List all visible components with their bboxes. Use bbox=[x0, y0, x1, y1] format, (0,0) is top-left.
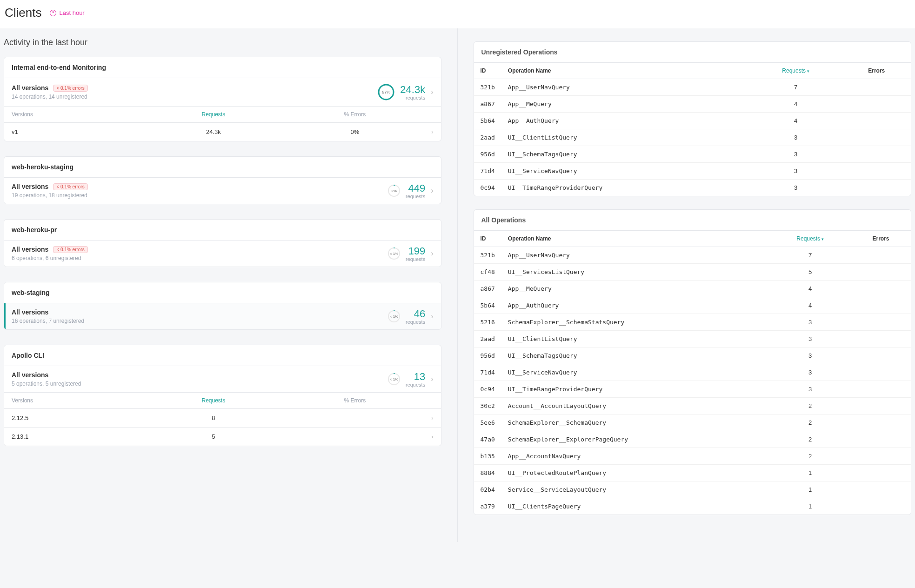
page-title: Clients bbox=[5, 6, 41, 20]
all-versions-label: All versions bbox=[12, 308, 48, 316]
operation-row[interactable]: a867 App__MeQuery 4 bbox=[474, 281, 911, 297]
operation-row[interactable]: 0c94 UI__TimeRangeProviderQuery 3 bbox=[474, 180, 911, 196]
operation-name: App__AccountNavQuery bbox=[501, 448, 770, 465]
version-errors: 0% bbox=[286, 123, 424, 141]
time-range-selector[interactable]: Last hour bbox=[50, 9, 84, 16]
operation-errors bbox=[851, 381, 911, 398]
operation-errors bbox=[851, 264, 911, 281]
operation-errors bbox=[851, 465, 911, 481]
operation-row[interactable]: 71d4 UI__ServiceNavQuery 3 bbox=[474, 364, 911, 381]
operation-row[interactable]: 956d UI__SchemaTagsQuery 3 bbox=[474, 347, 911, 364]
errors-col-header[interactable]: Errors bbox=[842, 63, 911, 79]
donut-percent: < 1% bbox=[387, 372, 401, 386]
client-name[interactable]: web-heroku-pr bbox=[4, 220, 441, 241]
operation-row[interactable]: b135 App__AccountNavQuery 2 bbox=[474, 448, 911, 465]
operation-errors bbox=[842, 129, 911, 146]
operation-name: UI__ClientsPageQuery bbox=[501, 498, 770, 515]
operation-errors bbox=[842, 180, 911, 196]
operation-id: 321b bbox=[474, 247, 501, 264]
client-summary-row[interactable]: All versions 5 operations, 5 unregistere… bbox=[4, 366, 441, 393]
requests-col-header[interactable]: Requests▾ bbox=[749, 63, 842, 79]
operation-name: App__UserNavQuery bbox=[501, 79, 749, 96]
id-col-header[interactable]: ID bbox=[474, 231, 501, 247]
version-row[interactable]: v1 24.3k 0% › bbox=[4, 123, 441, 141]
operation-row[interactable]: 0c94 UI__TimeRangeProviderQuery 3 bbox=[474, 381, 911, 398]
versions-col-header[interactable]: Versions bbox=[4, 107, 141, 123]
errors-col-header[interactable]: % Errors bbox=[286, 107, 424, 123]
donut-percent: 2% bbox=[387, 184, 401, 198]
operation-errors bbox=[851, 247, 911, 264]
all-versions-label: All versions bbox=[12, 84, 48, 92]
operation-row[interactable]: a379 UI__ClientsPageQuery 1 bbox=[474, 498, 911, 515]
operation-id: 02b4 bbox=[474, 481, 501, 498]
panel-title: All Operations bbox=[474, 210, 911, 231]
operation-requests: 1 bbox=[769, 498, 851, 515]
operation-name: Service__ServiceLayoutQuery bbox=[501, 481, 770, 498]
operation-row[interactable]: 2aad UI__ClientListQuery 3 bbox=[474, 331, 911, 347]
operation-id: 2aad bbox=[474, 129, 501, 146]
operation-row[interactable]: cf48 UI__ServicesListQuery 5 bbox=[474, 264, 911, 281]
errors-col-header[interactable]: % Errors bbox=[286, 393, 424, 409]
all-versions-label: All versions bbox=[12, 371, 48, 379]
requests-col-header[interactable]: Requests bbox=[141, 107, 286, 123]
operation-errors bbox=[851, 398, 911, 414]
client-name[interactable]: Apollo CLI bbox=[4, 345, 441, 366]
operation-row[interactable]: 30c2 Account__AccountLayoutQuery 2 bbox=[474, 398, 911, 414]
operation-row[interactable]: 5b64 App__AuthQuery 4 bbox=[474, 297, 911, 314]
operation-row[interactable]: 8884 UI__ProtectedRoutePlanQuery 1 bbox=[474, 465, 911, 481]
client-card: Internal end-to-end Monitoring All versi… bbox=[4, 57, 441, 141]
operation-row[interactable]: 2aad UI__ClientListQuery 3 bbox=[474, 129, 911, 146]
version-row[interactable]: 2.13.1 5 › bbox=[4, 428, 441, 446]
client-summary-row[interactable]: All versions < 0.1% errors 14 operations… bbox=[4, 78, 441, 107]
chevron-right-icon: › bbox=[431, 375, 433, 383]
operation-name: UI__ClientListQuery bbox=[501, 331, 770, 347]
donut-percent: < 1% bbox=[387, 309, 401, 323]
id-col-header[interactable]: ID bbox=[474, 63, 501, 79]
operation-errors bbox=[851, 281, 911, 297]
operation-name-col-header[interactable]: Operation Name bbox=[501, 231, 770, 247]
requests-label: requests bbox=[406, 194, 425, 199]
clock-icon bbox=[50, 10, 56, 16]
operation-row[interactable]: 5216 SchemaExplorer__SchemaStatsQuery 3 bbox=[474, 314, 911, 331]
version-errors bbox=[286, 428, 424, 446]
operation-row[interactable]: 956d UI__SchemaTagsQuery 3 bbox=[474, 146, 911, 163]
client-summary-row[interactable]: All versions < 0.1% errors 19 operations… bbox=[4, 178, 441, 204]
version-row[interactable]: 2.12.5 8 › bbox=[4, 409, 441, 428]
client-card: web-heroku-staging All versions < 0.1% e… bbox=[4, 156, 441, 204]
operation-errors bbox=[842, 146, 911, 163]
operation-row[interactable]: 71d4 UI__ServiceNavQuery 3 bbox=[474, 163, 911, 180]
chevron-right-icon: › bbox=[431, 249, 433, 258]
client-summary-row[interactable]: All versions < 0.1% errors 6 operations,… bbox=[4, 241, 441, 267]
client-name[interactable]: web-staging bbox=[4, 282, 441, 303]
operation-row[interactable]: 5ee6 SchemaExplorer__SchemaQuery 2 bbox=[474, 414, 911, 431]
client-summary-row[interactable]: All versions 16 operations, 7 unregister… bbox=[4, 303, 441, 329]
operation-name: UI__ServicesListQuery bbox=[501, 264, 770, 281]
requests-col-header[interactable]: Requests bbox=[141, 393, 286, 409]
operation-name-col-header[interactable]: Operation Name bbox=[501, 63, 749, 79]
version-cell: v1 bbox=[4, 123, 141, 141]
errors-col-header[interactable]: Errors bbox=[851, 231, 911, 247]
operation-requests: 2 bbox=[769, 431, 851, 448]
version-requests: 8 bbox=[141, 409, 286, 428]
error-rate-badge: < 0.1% errors bbox=[53, 183, 87, 190]
operation-row[interactable]: 321b App__UserNavQuery 7 bbox=[474, 247, 911, 264]
operation-name: UI__SchemaTagsQuery bbox=[501, 146, 749, 163]
client-name[interactable]: web-heroku-staging bbox=[4, 157, 441, 178]
operation-requests: 5 bbox=[769, 264, 851, 281]
chevron-right-icon: › bbox=[424, 123, 441, 141]
client-name[interactable]: Internal end-to-end Monitoring bbox=[4, 57, 441, 78]
requests-col-header[interactable]: Requests▾ bbox=[769, 231, 851, 247]
versions-col-header[interactable]: Versions bbox=[4, 393, 141, 409]
operation-name: App__AuthQuery bbox=[501, 113, 749, 129]
operation-errors bbox=[851, 297, 911, 314]
operation-id: a379 bbox=[474, 498, 501, 515]
client-subtext: 14 operations, 14 unregistered bbox=[12, 94, 88, 100]
operation-row[interactable]: 02b4 Service__ServiceLayoutQuery 1 bbox=[474, 481, 911, 498]
operation-id: 5216 bbox=[474, 314, 501, 331]
operation-errors bbox=[851, 498, 911, 515]
operation-row[interactable]: 5b64 App__AuthQuery 4 bbox=[474, 113, 911, 129]
operation-row[interactable]: a867 App__MeQuery 4 bbox=[474, 96, 911, 113]
operation-requests: 2 bbox=[769, 448, 851, 465]
operation-row[interactable]: 47a0 SchemaExplorer__ExplorerPageQuery 2 bbox=[474, 431, 911, 448]
operation-row[interactable]: 321b App__UserNavQuery 7 bbox=[474, 79, 911, 96]
